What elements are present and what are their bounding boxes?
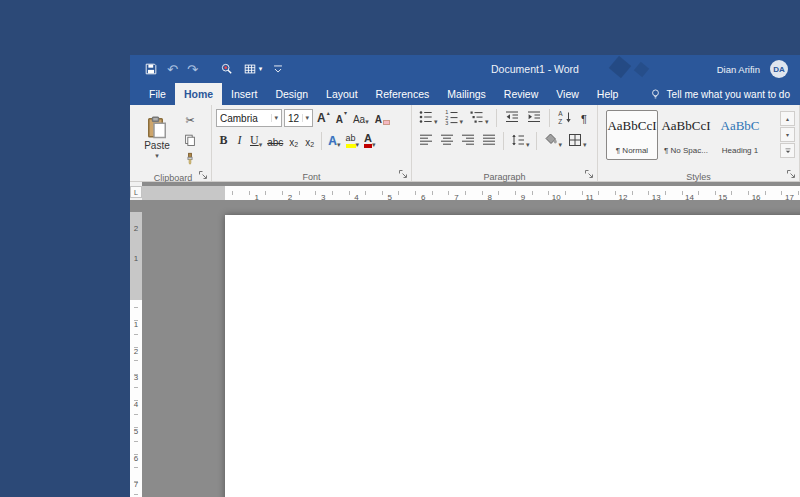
ruler-number: 13 [640,191,673,205]
clear-formatting-button[interactable]: A [373,109,392,127]
dialog-launcher-icon[interactable] [584,169,594,179]
ruler-number: 1 [240,191,273,205]
style-sample: AaBbC [721,118,760,134]
text-effects-button[interactable]: A▾ [326,132,342,150]
decrease-indent-button[interactable] [502,109,522,127]
tab-view[interactable]: View [547,83,588,105]
styles-group: AaBbCcI ¶ Normal AaBbCcI ¶ No Spac... Aa… [598,105,800,181]
paste-button[interactable]: Paste ▾ [140,110,174,164]
styles-gallery-scroll: ▴ ▾ [780,111,795,158]
dialog-launcher-icon[interactable] [198,170,208,180]
line-spacing-icon [510,132,526,148]
sort-button[interactable] [555,109,575,127]
subscript-label: 2 [294,141,298,148]
redo-icon: ↷ [187,63,198,76]
ruler-number: 4 [130,400,142,409]
multilevel-list-button[interactable]: ▾ [467,109,491,127]
caret-down-icon: ▾ [271,114,278,122]
borders-button[interactable]: ▾ [565,132,589,150]
grow-font-button[interactable]: A▴ [315,109,332,127]
caret-down-icon: ▾ [559,141,563,148]
table-icon [243,62,257,76]
tab-file[interactable]: File [140,83,175,105]
scroll-up-button[interactable]: ▴ [780,111,795,126]
tab-home[interactable]: Home [175,83,222,105]
customize-qat-button[interactable] [271,59,285,79]
shrink-font-button[interactable]: A▾ [334,109,349,127]
caret-down-icon: ▾ [337,141,341,148]
h-ruler[interactable]: 1234567891011121314151617 [142,186,800,200]
align-center-icon [439,132,455,148]
font-name-select[interactable]: Cambria ▾ [216,109,282,127]
style-card-normal[interactable]: AaBbCcI ¶ Normal [606,110,658,160]
ruler-number: 14 [673,191,706,205]
bold-button[interactable]: B [216,132,231,150]
italic-button[interactable]: I [232,132,247,150]
shading-button[interactable]: ▾ [541,132,565,150]
customize-icon [271,62,285,76]
undo-button[interactable]: ↶ [167,59,178,79]
font-size-select[interactable]: 12 ▾ [284,109,313,127]
table-button[interactable]: ▾ [243,59,263,79]
tab-mailings[interactable]: Mailings [438,83,495,105]
ruler-number: 12 [606,191,639,205]
ruler-number: 1 [130,254,142,263]
tab-design[interactable]: Design [266,83,317,105]
titlebar: ↶ ↷ ▾ Document1 - Word Dian Arifin DA [130,55,800,83]
cut-button[interactable]: ✂ [180,112,200,129]
align-left-button[interactable] [416,132,436,150]
dialog-launcher-icon[interactable] [398,169,408,179]
style-card-no-spacing[interactable]: AaBbCcI ¶ No Spac... [660,110,712,160]
format-painter-button[interactable] [180,150,200,167]
strikethrough-button[interactable]: abc [265,132,285,150]
line-spacing-button[interactable]: ▾ [508,132,532,150]
copy-button[interactable] [180,131,200,148]
tab-stop-icon: L [134,189,138,196]
underline-button[interactable]: U▾ [248,132,264,150]
document-page[interactable] [225,215,800,497]
numbering-button[interactable]: ▾ [442,109,466,127]
tab-insert[interactable]: Insert [222,83,266,105]
tab-help[interactable]: Help [588,83,628,105]
tab-selector[interactable]: L [130,186,142,198]
subscript-button[interactable]: x2 [286,132,301,150]
change-case-button[interactable]: Aa▾ [351,109,371,127]
tab-review[interactable]: Review [495,83,547,105]
multilevel-list-icon [469,109,485,125]
redo-button[interactable]: ↷ [187,59,198,79]
styles-more-button[interactable] [780,143,795,158]
v-ruler-page-area [130,300,142,497]
align-left-icon [418,132,434,148]
tab-references[interactable]: References [367,83,439,105]
justify-button[interactable] [479,132,499,150]
clear-formatting-label: A [375,114,382,125]
ruler-number: 10 [540,191,573,205]
font-color-button[interactable]: A▾ [362,132,377,150]
document-area [142,182,800,497]
decrease-indent-icon [504,109,520,125]
font-name-value: Cambria [220,113,258,124]
font-group: Cambria ▾ 12 ▾ A▴ A▾ Aa▾ A B [212,105,412,181]
dialog-launcher-icon[interactable] [786,169,796,179]
borders-icon [567,132,583,148]
show-formatting-button[interactable]: ¶ [577,109,592,127]
align-center-button[interactable] [437,132,457,150]
user-name[interactable]: Dian Arifin [717,55,760,83]
avatar[interactable]: DA [770,60,788,78]
highlight-button[interactable]: ab▾ [344,132,362,150]
editor-button[interactable] [220,59,234,79]
style-card-heading1[interactable]: AaBbC Heading 1 [714,110,766,160]
highlight-label: ab [346,134,356,148]
tab-layout[interactable]: Layout [317,83,367,105]
bullets-button[interactable]: ▾ [416,109,440,127]
v-ruler[interactable]: 211234567 [130,200,142,497]
styles-gallery: AaBbCcI ¶ Normal AaBbCcI ¶ No Spac... Aa… [598,105,799,160]
scroll-down-button[interactable]: ▾ [780,127,795,142]
superscript-button[interactable]: x2 [302,132,317,150]
ruler-number: 8 [473,191,506,205]
align-right-button[interactable] [458,132,478,150]
ruler-number: 5 [373,191,406,205]
tell-me-box[interactable]: Tell me what you want to do [649,83,800,105]
increase-indent-button[interactable] [524,109,544,127]
save-button[interactable] [144,59,158,79]
